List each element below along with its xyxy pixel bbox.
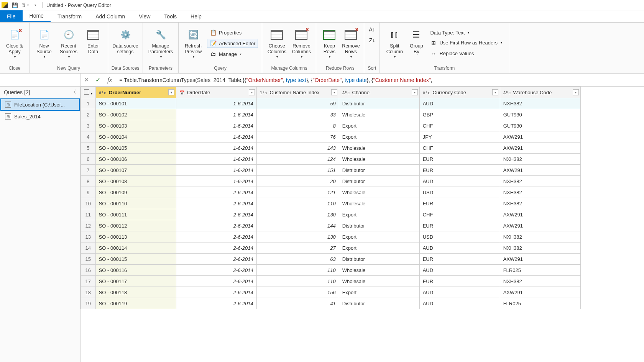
cell-CustomerNameIndex[interactable]: 27 [256,242,339,254]
filter-dropdown-icon[interactable]: ▾ [573,89,579,95]
cell-CurrencyCode[interactable]: USD [419,231,500,242]
cell-OrderNumber[interactable]: SO - 000102 [95,109,176,120]
cell-OrderDate[interactable]: 2-6-2014 [176,231,256,242]
qat-customize-icon[interactable]: ▾ [31,2,38,8]
cell-CustomerNameIndex[interactable]: 59 [256,98,339,109]
cell-Channel[interactable]: Wholesale [339,187,419,198]
cell-CustomerNameIndex[interactable]: 130 [256,231,339,242]
manage-query-button[interactable]: 🗂 Manage▾ [207,49,258,59]
table-row[interactable]: 3SO - 0001031-6-20148ExportCHFGUT930 [81,120,581,131]
row-number[interactable]: 19 [81,298,96,309]
table-row[interactable]: 19SO - 0001192-6-201441DistributorAUDFLR… [81,298,581,309]
column-header-WarehouseCode[interactable]: AᴮcWarehouse Code▾ [500,87,580,98]
row-number[interactable]: 4 [81,131,96,143]
cell-CurrencyCode[interactable]: AUD [419,176,500,187]
cell-WarehouseCode[interactable]: NXH382 [500,154,580,165]
row-number[interactable]: 18 [81,287,96,298]
table-corner[interactable]: ▾ [81,87,96,98]
row-number[interactable]: 7 [81,165,96,176]
cell-OrderNumber[interactable]: SO - 000116 [95,265,176,276]
cell-CustomerNameIndex[interactable]: 144 [256,220,339,231]
cell-CurrencyCode[interactable]: EUR [419,198,500,209]
cell-Channel[interactable]: Wholesale [339,109,419,120]
refresh-preview-button[interactable]: 🔄 Refresh Preview▾ [181,25,205,62]
cell-WarehouseCode[interactable]: NXH382 [500,98,580,109]
row-number[interactable]: 14 [81,242,96,254]
cell-Channel[interactable]: Export [339,231,419,242]
cell-OrderNumber[interactable]: SO - 000110 [95,198,176,209]
table-row[interactable]: 5SO - 0001051-6-2014143WholesaleCHFAXW29… [81,143,581,154]
cell-WarehouseCode[interactable]: NXH382 [500,187,580,198]
cell-CustomerNameIndex[interactable]: 124 [256,154,339,165]
table-row[interactable]: 16SO - 0001162-6-2014110WholesaleAUDFLR0… [81,265,581,276]
sort-desc-button[interactable]: Z↓ [367,36,376,45]
cell-CurrencyCode[interactable]: JPY [419,131,500,143]
cell-OrderNumber[interactable]: SO - 000117 [95,276,176,287]
cell-Channel[interactable]: Wholesale [339,154,419,165]
row-number[interactable]: 13 [81,231,96,242]
cell-Channel[interactable]: Distributor [339,298,419,309]
menu-file[interactable]: File [0,10,23,22]
collapse-pane-icon[interactable]: 〈 [71,89,76,96]
save-icon[interactable]: 💾 [12,2,18,8]
table-row[interactable]: 10SO - 0001102-6-2014110WholesaleEURNXH3… [81,198,581,209]
cell-WarehouseCode[interactable]: NXH382 [500,176,580,187]
cell-OrderNumber[interactable]: SO - 000108 [95,176,176,187]
recent-sources-button[interactable]: 🕘 Recent Sources▾ [56,25,81,62]
row-number[interactable]: 2 [81,109,96,120]
cell-Channel[interactable]: Distributor [339,98,419,109]
row-number[interactable]: 10 [81,198,96,209]
cell-CurrencyCode[interactable]: EUR [419,154,500,165]
cell-OrderNumber[interactable]: SO - 000106 [95,154,176,165]
cell-OrderNumber[interactable]: SO - 000113 [95,231,176,242]
column-header-OrderNumber[interactable]: AᴮcOrderNumber▾ [95,87,176,98]
cell-OrderNumber[interactable]: SO - 000109 [95,187,176,198]
cell-Channel[interactable]: Wholesale [339,265,419,276]
replace-values-button[interactable]: ↔ Replace Values [427,49,505,58]
cell-CustomerNameIndex[interactable]: 143 [256,143,339,154]
cell-CurrencyCode[interactable]: CHF [419,143,500,154]
cell-CurrencyCode[interactable]: AUD [419,287,500,298]
row-number[interactable]: 8 [81,176,96,187]
remove-rows-button[interactable]: Remove Rows▾ [340,25,361,62]
cell-WarehouseCode[interactable]: GUT930 [500,120,580,131]
table-row[interactable]: 8SO - 0001081-6-201420DistributorAUDNXH3… [81,176,581,187]
cell-CurrencyCode[interactable]: AUD [419,265,500,276]
menu-help[interactable]: Help [184,10,209,22]
formula-text[interactable]: = Table.TransformColumnTypes(Sales_2014_… [116,77,644,83]
cell-WarehouseCode[interactable]: NXH382 [500,231,580,242]
cell-OrderDate[interactable]: 1-6-2014 [176,176,256,187]
cell-Channel[interactable]: Export [339,131,419,143]
undo-dropdown-icon[interactable]: 🗐▾ [21,2,28,8]
use-first-row-headers-button[interactable]: ⊞ Use First Row as Headers▾ [427,38,505,48]
cell-WarehouseCode[interactable]: AXW291 [500,143,580,154]
cell-CurrencyCode[interactable]: EUR [419,276,500,287]
group-by-button[interactable]: ☰ Group By [407,25,426,62]
formula-cancel-button[interactable]: ✕ [80,74,92,86]
cell-WarehouseCode[interactable]: AXW291 [500,220,580,231]
cell-OrderDate[interactable]: 2-6-2014 [176,254,256,265]
row-number[interactable]: 1 [81,98,96,109]
cell-Channel[interactable]: Export [339,120,419,131]
cell-OrderDate[interactable]: 2-6-2014 [176,287,256,298]
cell-Channel[interactable]: Export [339,287,419,298]
properties-button[interactable]: 📋 Properties [207,28,258,37]
cell-CustomerNameIndex[interactable]: 151 [256,165,339,176]
row-number[interactable]: 3 [81,120,96,131]
choose-columns-button[interactable]: Choose Columns▾ [264,25,289,62]
cell-OrderDate[interactable]: 1-6-2014 [176,143,256,154]
cell-OrderDate[interactable]: 1-6-2014 [176,154,256,165]
cell-OrderDate[interactable]: 1-6-2014 [176,131,256,143]
sort-asc-button[interactable]: A↓ [367,25,376,34]
cell-CustomerNameIndex[interactable]: 110 [256,198,339,209]
cell-CurrencyCode[interactable]: AUD [419,98,500,109]
table-row[interactable]: 18SO - 0001182-6-2014156ExportAUDAXW291 [81,287,581,298]
cell-OrderDate[interactable]: 1-6-2014 [176,120,256,131]
cell-WarehouseCode[interactable]: AXW291 [500,254,580,265]
cell-CurrencyCode[interactable]: EUR [419,254,500,265]
menu-home[interactable]: Home [23,10,51,22]
column-header-Channel[interactable]: AᴮcChannel▾ [339,87,419,98]
cell-WarehouseCode[interactable]: NXH382 [500,276,580,287]
cell-CurrencyCode[interactable]: EUR [419,165,500,176]
cell-OrderDate[interactable]: 1-6-2014 [176,109,256,120]
